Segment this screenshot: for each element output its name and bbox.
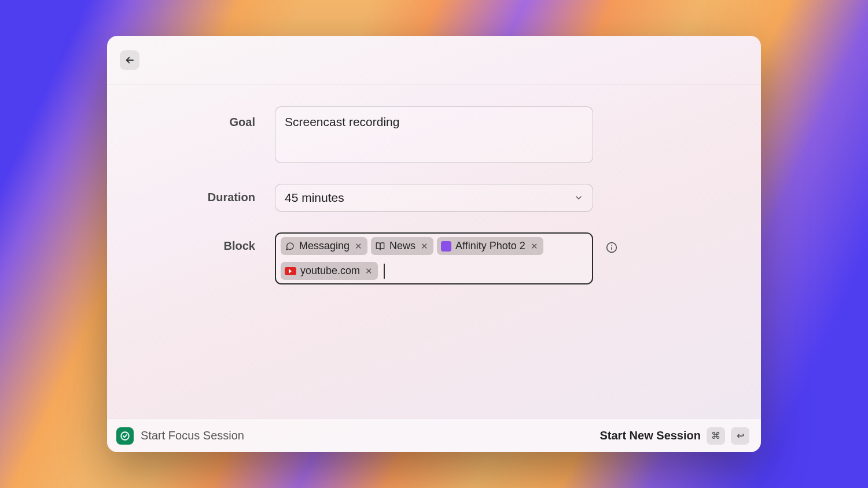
duration-value: 45 minutes — [285, 191, 344, 205]
affinity-icon — [441, 241, 451, 252]
arrow-left-icon — [124, 55, 135, 65]
block-token-affinity[interactable]: Affinity Photo 2 ✕ — [437, 237, 543, 255]
form-content: Goal Screencast recording Duration 45 mi… — [107, 84, 761, 419]
block-label: Block — [142, 232, 275, 253]
footer-left: Start Focus Session — [116, 427, 244, 445]
block-token-youtube[interactable]: youtube.com ✕ — [281, 262, 378, 280]
cmd-key-icon: ⌘ — [707, 427, 725, 445]
back-button[interactable] — [120, 50, 139, 70]
duration-select[interactable]: 45 minutes — [275, 184, 593, 212]
return-key-icon: ↩ — [731, 427, 749, 445]
token-label: Affinity Photo 2 — [455, 240, 525, 252]
start-session-button[interactable]: Start New Session — [599, 429, 701, 442]
remove-token-button[interactable]: ✕ — [420, 242, 428, 250]
footer-bar: Start Focus Session Start New Session ⌘ … — [107, 419, 761, 452]
remove-token-button[interactable]: ✕ — [354, 242, 362, 250]
chevron-down-icon — [574, 193, 583, 202]
block-token-input[interactable]: Messaging ✕ News ✕ Affinity — [275, 232, 593, 284]
chat-icon — [285, 241, 295, 252]
focus-session-window: Goal Screencast recording Duration 45 mi… — [107, 36, 761, 452]
block-token-news[interactable]: News ✕ — [371, 237, 433, 255]
remove-token-button[interactable]: ✕ — [364, 267, 373, 275]
duration-row: Duration 45 minutes — [142, 184, 726, 212]
footer-title: Start Focus Session — [141, 429, 244, 442]
desktop-background: Goal Screencast recording Duration 45 mi… — [0, 0, 868, 488]
goal-row: Goal Screencast recording — [142, 106, 726, 163]
token-label: youtube.com — [300, 265, 360, 277]
remove-token-button[interactable]: ✕ — [529, 242, 538, 250]
info-icon[interactable] — [606, 242, 617, 253]
app-icon — [116, 427, 134, 445]
footer-right: Start New Session ⌘ ↩ — [599, 427, 749, 445]
token-label: Messaging — [299, 240, 350, 252]
youtube-icon — [285, 267, 296, 275]
book-icon — [375, 241, 385, 252]
top-bar — [107, 36, 761, 84]
token-label: News — [389, 240, 415, 252]
text-cursor — [384, 264, 385, 279]
goal-input[interactable]: Screencast recording — [275, 106, 593, 163]
block-token-messaging[interactable]: Messaging ✕ — [281, 237, 367, 255]
block-row: Block Messaging ✕ — [142, 232, 726, 284]
duration-label: Duration — [142, 184, 275, 204]
goal-label: Goal — [142, 106, 275, 129]
